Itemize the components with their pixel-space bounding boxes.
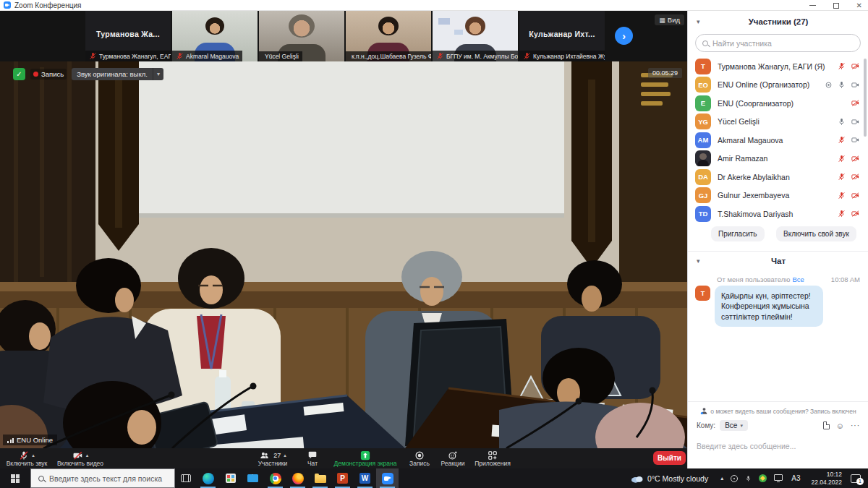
taskbar-app-word[interactable]: W xyxy=(354,468,376,488)
attach-file-icon[interactable] xyxy=(823,421,830,429)
zoom-app-window: Zoom Конференция ✕ Турманова Жа... Турма… xyxy=(0,0,868,488)
next-page-arrow-button[interactable]: › xyxy=(615,27,633,45)
leave-meeting-button[interactable]: Выйти xyxy=(653,451,686,465)
meeting-security-shield-icon[interactable]: ✓ xyxy=(13,68,25,80)
participant-row[interactable]: EO ENU Online (Организатор) xyxy=(688,76,868,95)
unmute-self-button[interactable]: Включить свой звук xyxy=(776,226,856,241)
taskbar-app-store[interactable] xyxy=(219,468,242,488)
participant-name: Akmaral Magauova xyxy=(718,136,838,145)
antivirus-tray-icon[interactable] xyxy=(759,474,767,482)
mic-muted-icon xyxy=(838,173,846,181)
participant-row[interactable]: YG Yücel Gelişli xyxy=(688,113,868,132)
chat-message-input[interactable] xyxy=(697,442,859,450)
weather-widget[interactable]: 0°C Mostly cloudy xyxy=(631,474,708,483)
participant-name: Yücel Gelişli xyxy=(718,117,838,126)
invite-button[interactable]: Пригласить xyxy=(711,226,765,241)
person-info-icon xyxy=(700,407,708,415)
minimize-icon[interactable] xyxy=(809,5,816,7)
participant-search[interactable] xyxy=(695,34,861,52)
chat-message-meta: От меня пользователю Все 10:08 AM xyxy=(688,271,868,286)
participants-count-badge: 27 xyxy=(273,452,281,459)
restore-icon[interactable] xyxy=(833,3,839,9)
chat-messages: От меня пользователю Все 10:08 AM T Қайы… xyxy=(688,271,868,327)
recipient-select[interactable]: Все ▾ xyxy=(720,420,748,431)
apps-button[interactable]: Приложения xyxy=(472,449,514,468)
participant-row[interactable]: AM Akmaral Magauova xyxy=(688,131,868,150)
participant-row[interactable]: DA Dr Akerke Abylaikhan xyxy=(688,168,868,187)
more-options-icon[interactable]: ··· xyxy=(851,421,860,429)
mic-muted-icon xyxy=(838,210,846,218)
participants-list: T Турманова Жанагул, ЕАГИ (Я) EO ENU Onl… xyxy=(688,57,868,223)
collapse-chevron-icon[interactable]: ▾ xyxy=(697,18,700,25)
avatar: T xyxy=(695,59,711,74)
share-screen-button[interactable]: Демонстрация экрана xyxy=(327,449,404,468)
taskbar-clock[interactable]: 10:1222.04.2022 xyxy=(811,471,842,486)
chat-privacy-notice: о может видеть ваши сообщения? Запись вк… xyxy=(688,401,868,415)
taskbar-app-zoom[interactable] xyxy=(376,468,399,488)
scrollbar[interactable] xyxy=(864,59,867,137)
chat-input-row xyxy=(697,439,859,452)
taskbar-search[interactable] xyxy=(30,468,175,488)
video-tile-akmaral[interactable]: Akmaral Magauova xyxy=(172,11,258,61)
participant-row[interactable]: T Турманова Жанагул, ЕАГИ (Я) xyxy=(688,57,868,76)
cam-on-icon xyxy=(851,118,860,126)
participant-row[interactable]: Amir Ramazan xyxy=(688,150,868,168)
chevron-up-icon[interactable]: ▴ xyxy=(284,453,286,458)
tray-expand-icon[interactable]: ▴ xyxy=(720,475,723,481)
chevron-down-icon[interactable]: ▾ xyxy=(153,68,163,80)
participant-status-icons xyxy=(838,62,860,70)
video-tile-shabaeva[interactable]: к.п.н.,доц.Шабаева Гузель Фа... xyxy=(346,11,431,61)
taskbar-app-mail[interactable] xyxy=(242,468,264,488)
chat-recipient[interactable]: Все xyxy=(792,275,804,283)
taskbar-app-firefox[interactable] xyxy=(286,468,309,488)
video-tile-bgpu[interactable]: БГПУ им. М. Акмуллы Бор... xyxy=(433,11,518,61)
taskbar-app-powerpoint[interactable]: P xyxy=(331,468,354,488)
reactions-button[interactable]: Реакции xyxy=(435,449,470,468)
emoji-icon[interactable]: ☺ xyxy=(836,421,844,430)
file-explorer-icon xyxy=(315,475,326,483)
taskbar-app-chrome[interactable] xyxy=(264,468,286,488)
start-button[interactable] xyxy=(0,468,30,488)
taskbar-app-explorer[interactable] xyxy=(309,468,331,488)
avatar-photo xyxy=(695,150,711,166)
windows-logo-icon xyxy=(11,474,20,483)
search-input[interactable] xyxy=(712,39,860,48)
participant-row[interactable]: GJ Gulnur Jexembayeva xyxy=(688,187,868,205)
participant-status-icons xyxy=(838,155,860,163)
task-view-button[interactable] xyxy=(175,468,197,488)
cam-off-icon xyxy=(851,192,860,200)
action-center-icon[interactable]: 1 xyxy=(851,474,861,483)
participant-status-icons xyxy=(838,136,860,144)
participant-row[interactable]: E ENU (Соорганизатор) xyxy=(688,94,868,113)
chat-timestamp: 10:08 AM xyxy=(831,275,860,283)
view-button[interactable]: ▦Вид xyxy=(655,14,684,25)
participants-button[interactable]: 27 ▴ Участники xyxy=(250,449,295,468)
network-tray-icon[interactable] xyxy=(774,476,783,481)
unmute-button[interactable]: ▴ Включить звук xyxy=(1,449,52,468)
edge-icon xyxy=(203,473,214,484)
avatar: TD xyxy=(695,206,711,222)
chevron-up-icon[interactable]: ▴ xyxy=(32,453,35,458)
windows-taskbar: P W 0°C Mostly cloudy ▴ A3 10:1222.04.20… xyxy=(0,468,868,488)
start-video-button[interactable]: ▴ Включить видео xyxy=(52,449,109,468)
video-tile-turmanova[interactable]: Турманова Жа... Турманова Жанагул, ЕАГИ xyxy=(85,11,171,61)
chevron-up-icon[interactable]: ▴ xyxy=(86,453,89,458)
original-sound-button[interactable]: Звук оригинала: выкл. ▾ xyxy=(72,68,163,80)
participants-panel-header[interactable]: ▾ Участники (27) xyxy=(688,12,868,31)
mic-muted-icon xyxy=(89,52,97,60)
conference-room-video xyxy=(0,61,687,448)
video-tile-kulzhanar[interactable]: Кульжанар Ихт... Кульжанар Ихтайевна Жу.… xyxy=(519,11,605,61)
collapse-chevron-icon[interactable]: ▾ xyxy=(697,257,700,265)
language-indicator[interactable]: A3 xyxy=(791,474,800,482)
onedrive-tray-icon[interactable] xyxy=(731,475,738,482)
chat-button[interactable]: Чат xyxy=(299,449,326,468)
participant-row[interactable]: TD T.Shakimova Dariyash xyxy=(688,205,868,223)
microphone-tray-icon[interactable] xyxy=(745,474,752,483)
video-tile-yucel[interactable]: Yücel Gelişli xyxy=(259,11,344,61)
close-icon[interactable]: ✕ xyxy=(856,2,862,9)
taskbar-search-input[interactable] xyxy=(49,474,172,483)
chat-panel-header[interactable]: ▾ Чат xyxy=(688,251,868,270)
taskbar-app-edge[interactable] xyxy=(197,468,219,488)
record-button[interactable]: Запись xyxy=(405,449,434,468)
chat-bubble: Қайырлы күн, әріптестер! Конференция жұм… xyxy=(715,286,823,327)
